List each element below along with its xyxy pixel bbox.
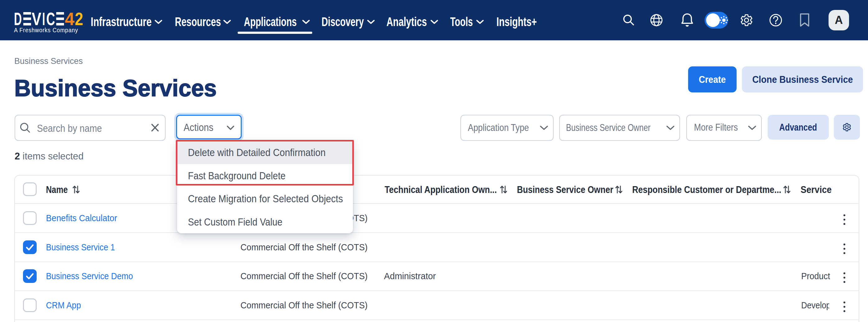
svg-text:I: I bbox=[42, 12, 45, 26]
svg-text:V: V bbox=[32, 12, 41, 26]
svg-text:4: 4 bbox=[65, 12, 74, 26]
svg-text:C: C bbox=[46, 12, 55, 26]
svg-text:2: 2 bbox=[75, 12, 83, 26]
svg-text:D: D bbox=[14, 12, 22, 26]
